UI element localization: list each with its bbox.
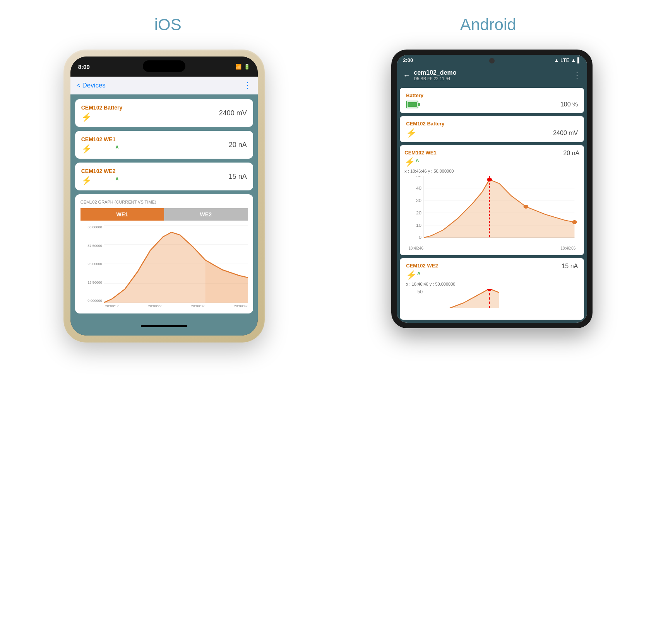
ios-home-bar-area bbox=[70, 318, 258, 336]
ios-back-button[interactable]: < Devices bbox=[77, 82, 106, 89]
ios-card-we2[interactable]: CEM102 WE2 ⚡ A 15 nA bbox=[75, 163, 253, 190]
ios-we2-value: 15 nA bbox=[229, 173, 247, 181]
android-we2-partial-svg: 50 bbox=[406, 289, 578, 308]
ios-x-label-4: 20:09:47 bbox=[234, 304, 248, 308]
android-nav-left: ← cem102_demo D5:BB:FF:22:11:94 bbox=[403, 69, 456, 81]
svg-text:40: 40 bbox=[416, 186, 421, 190]
android-cem102-battery-title: CEM102 Battery bbox=[406, 121, 578, 127]
platform-labels-row: iOS Android bbox=[8, 15, 648, 34]
ios-frame: 8:09 📶 🔋 < Devices ⋮ CEM1 bbox=[70, 57, 258, 336]
android-time: 2:00 bbox=[403, 57, 413, 63]
android-wifi-icon: ▲ bbox=[554, 57, 559, 63]
android-we2-title-section: CEM102 WE2 ⚡ A bbox=[406, 263, 438, 279]
android-title-sub: D5:BB:FF:22:11:94 bbox=[414, 76, 456, 81]
ios-label: iOS bbox=[8, 15, 328, 34]
android-we2-a-label: A bbox=[417, 271, 420, 276]
svg-text:50: 50 bbox=[418, 289, 423, 295]
android-we2-icon: ⚡ A bbox=[406, 271, 416, 279]
android-we2-value: 15 nA bbox=[562, 263, 578, 270]
battery-icon: 🔋 bbox=[244, 64, 250, 70]
android-we1-value: 20 nA bbox=[563, 150, 579, 157]
ios-we1-value: 20 nA bbox=[229, 141, 247, 149]
android-phone: 2:00 ▲ LTE ▲ ▌ ← cem102_demo D5:BB:FF:22… bbox=[391, 50, 593, 328]
android-status-icons: ▲ LTE ▲ ▌ bbox=[554, 57, 581, 63]
ios-we1-a-label: A bbox=[116, 145, 119, 149]
android-cem102-battery-row: ⚡ 2400 mV bbox=[406, 129, 578, 137]
android-battery-status-icon: ▌ bbox=[577, 57, 581, 63]
wifi-icon: 📶 bbox=[235, 64, 242, 70]
ios-screen: < Devices ⋮ CEM102 Battery ⚡ 2400 mV bbox=[70, 77, 258, 336]
android-we1-title: CEM102 WE1 bbox=[404, 150, 436, 156]
android-we2-card[interactable]: CEM102 WE2 ⚡ A 15 nA x : 18:46:46 y : 50… bbox=[400, 258, 584, 320]
ios-y-label-2: 12.50000 bbox=[81, 281, 102, 284]
android-battery-value: 100 % bbox=[560, 101, 578, 108]
ios-battery-title: CEM102 Battery bbox=[81, 104, 123, 111]
ios-card-battery[interactable]: CEM102 Battery ⚡ 2400 mV bbox=[75, 99, 253, 127]
ios-nav-bar: < Devices ⋮ bbox=[70, 77, 258, 94]
ios-we2-title: CEM102 WE2 bbox=[81, 168, 116, 174]
android-battery-row: 100 % bbox=[406, 101, 578, 108]
android-label: Android bbox=[328, 15, 649, 34]
ios-status-bar-icons: 📶 🔋 bbox=[235, 64, 250, 70]
android-we1-graph-svg: 50 40 30 20 10 0 bbox=[404, 176, 579, 245]
ios-we1-lightning-icon: ⚡ bbox=[81, 144, 92, 154]
android-camera bbox=[489, 58, 495, 63]
ios-we2-lightning-icon: ⚡ bbox=[81, 176, 92, 185]
android-battery-visual-icon bbox=[406, 101, 418, 108]
ios-dynamic-island bbox=[143, 60, 185, 72]
ios-x-label-1: 20:09:17 bbox=[105, 304, 119, 308]
android-cem102-battery-value: 2400 mV bbox=[553, 130, 578, 137]
ios-card-we1[interactable]: CEM102 WE1 ⚡ A 20 nA bbox=[75, 131, 253, 159]
svg-text:20: 20 bbox=[416, 211, 421, 215]
android-we1-header: CEM102 WE1 ⚡ A 20 nA bbox=[404, 150, 579, 166]
android-we1-x-labels: 18:46:46 18:46:66 bbox=[404, 246, 579, 250]
android-battery-card[interactable]: Battery 100 % bbox=[400, 88, 584, 113]
android-battery-icon-container bbox=[406, 101, 418, 108]
svg-point-20 bbox=[572, 220, 577, 224]
ios-graph-title: CEM102 GRAPH (CURRENT VS TIME) bbox=[81, 200, 248, 204]
android-battery-title: Battery bbox=[406, 92, 578, 98]
ios-x-label-2: 20:09:27 bbox=[148, 304, 162, 308]
ios-y-label-4: 37.50000 bbox=[81, 244, 102, 248]
android-we2-graph-partial: 50 bbox=[406, 289, 578, 308]
ios-card-battery-left: CEM102 Battery ⚡ bbox=[81, 104, 123, 122]
android-we1-graph-container: 50 40 30 20 10 0 bbox=[404, 176, 579, 245]
ios-content: CEM102 Battery ⚡ 2400 mV CEM102 WE1 ⚡ A bbox=[70, 94, 258, 318]
svg-text:10: 10 bbox=[416, 223, 421, 228]
android-back-button[interactable]: ← bbox=[403, 71, 411, 80]
phones-container: 8:09 📶 🔋 < Devices ⋮ CEM1 bbox=[8, 50, 648, 343]
android-signal-icon: ▲ bbox=[571, 57, 576, 63]
ios-graph-tab-we1[interactable]: WE1 bbox=[81, 208, 164, 221]
ios-more-button[interactable]: ⋮ bbox=[243, 80, 252, 91]
svg-point-19 bbox=[524, 205, 529, 209]
ios-graph-container bbox=[104, 225, 248, 303]
android-battery-fill bbox=[408, 102, 417, 107]
android-title-main: cem102_demo bbox=[414, 69, 456, 76]
ios-y-label-1: 0.000000 bbox=[81, 299, 102, 303]
android-we1-tooltip: x : 18:46:46 y : 50.000000 bbox=[404, 169, 579, 173]
ios-we1-icon: ⚡ A bbox=[81, 145, 116, 153]
android-we1-card[interactable]: CEM102 WE1 ⚡ A 20 nA x : 18:46:46 y : 50… bbox=[400, 145, 584, 255]
ios-graph-tab-we2[interactable]: WE2 bbox=[164, 208, 248, 221]
android-lte-label: LTE bbox=[560, 57, 569, 63]
ios-home-bar bbox=[141, 325, 187, 327]
ios-graph-section: CEM102 GRAPH (CURRENT VS TIME) WE1 WE2 5… bbox=[75, 194, 253, 313]
ios-y-label-3: 25.00000 bbox=[81, 262, 102, 266]
ios-graph-svg bbox=[104, 225, 248, 303]
android-cem102-battery-card[interactable]: CEM102 Battery ⚡ 2400 mV bbox=[400, 116, 584, 142]
android-we1-title-section: CEM102 WE1 ⚡ A bbox=[404, 150, 436, 166]
ios-we2-icon: ⚡ A bbox=[81, 176, 116, 185]
ios-y-label-5: 50.00000 bbox=[81, 225, 102, 229]
svg-text:50: 50 bbox=[416, 176, 421, 178]
android-we1-x-label-2: 18:46:66 bbox=[560, 246, 575, 250]
android-we2-lightning-icon: ⚡ bbox=[406, 270, 416, 280]
android-more-button[interactable]: ⋮ bbox=[573, 70, 581, 80]
android-we1-lightning-icon: ⚡ bbox=[404, 157, 415, 167]
ios-graph-tabs: WE1 WE2 bbox=[81, 208, 248, 221]
android-we2-tooltip: x : 18:46:46 y : 50.000000 bbox=[406, 282, 578, 286]
android-we2-title: CEM102 WE2 bbox=[406, 263, 438, 269]
svg-point-18 bbox=[487, 178, 492, 182]
android-cem102-battery-lightning-icon: ⚡ bbox=[406, 129, 416, 137]
svg-text:30: 30 bbox=[416, 199, 421, 203]
android-we1-a-label: A bbox=[416, 158, 419, 163]
